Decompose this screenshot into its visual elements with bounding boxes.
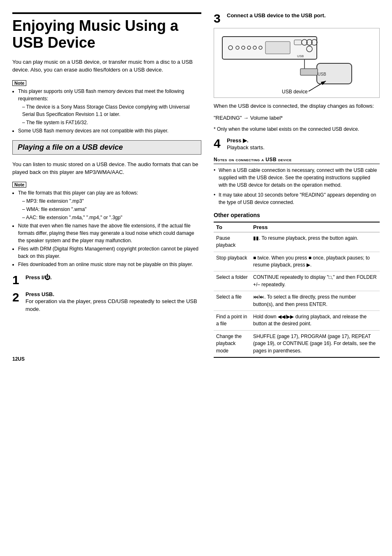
step3-number: 3 bbox=[214, 12, 224, 25]
ops-press-3: CONTINUE repeatedly to display "□," and … bbox=[251, 271, 380, 291]
ops-to-2: Stop playback bbox=[214, 252, 251, 271]
step2-number: 2 bbox=[12, 291, 22, 303]
display-text1: When the USB device is connected, the di… bbox=[214, 102, 380, 111]
display-text2: "READING" → Volume label* bbox=[214, 114, 380, 123]
ops-to-1: Pause playback bbox=[214, 232, 251, 252]
ops-press-2: ■ twice. When you press ■ once, playback… bbox=[251, 252, 380, 271]
ops-col-to: To bbox=[214, 222, 251, 232]
table-row: Pause playback ▮▮. To resume playback, p… bbox=[214, 232, 380, 252]
section-intro: You can listen to music stored on a USB … bbox=[12, 160, 201, 176]
section-title: Playing a file on a USB device bbox=[18, 143, 196, 152]
usb-diagram-area: USB USB USB device bbox=[214, 28, 380, 98]
step3-inner: Connect a USB device to the USB port. bbox=[227, 12, 380, 19]
other-operations-section: Other operations To Press Pause playback… bbox=[214, 212, 380, 358]
svg-rect-8 bbox=[294, 40, 302, 45]
step3: 3 Connect a USB device to the USB port. bbox=[214, 12, 380, 25]
step1-number: 1 bbox=[12, 274, 22, 286]
notes-connecting-section: Notes on connecting a USB device When a … bbox=[214, 157, 380, 206]
left-column: Enjoying Music Using a USB Device You ca… bbox=[12, 12, 201, 358]
svg-text:USB: USB bbox=[318, 72, 326, 76]
note-label-2: Note bbox=[12, 182, 26, 188]
step3-label: Connect a USB device to the USB port. bbox=[227, 12, 380, 19]
note-content-1: This player supports only USB flash memo… bbox=[12, 88, 201, 134]
step4-desc: Playback starts. bbox=[227, 144, 380, 152]
asterisk-note: * Only when the volume label exists on t… bbox=[214, 126, 380, 133]
ops-press-1: ▮▮. To resume playback, press the button… bbox=[251, 232, 380, 252]
ops-table: To Press Pause playback ▮▮. To resume pl… bbox=[214, 222, 380, 358]
notes-connecting-item1: When a USB cable connection is necessary… bbox=[214, 167, 380, 189]
note2-sub1: MP3: file extension ".mp3" bbox=[22, 197, 201, 205]
note-box-1: Note This player supports only USB flash… bbox=[12, 80, 201, 134]
step4: 4 Press ▶. Playback starts. bbox=[214, 137, 380, 152]
ops-to-6: Change the playback mode bbox=[214, 330, 251, 357]
note2-sub3: AAC: file extension ".m4a," ".mp4," or "… bbox=[22, 214, 201, 221]
note-label-1: Note bbox=[12, 80, 26, 86]
step2-inner: Press USB. For operation via the player,… bbox=[25, 291, 201, 313]
note1-sub1: The device is a Sony Mass Storage Class … bbox=[22, 103, 201, 118]
ops-to-3: Select a folder bbox=[214, 271, 251, 291]
ops-press-6: SHUFFLE (page 17), PROGRAM (page 17), RE… bbox=[251, 330, 380, 357]
main-title: Enjoying Music Using a USB Device bbox=[12, 12, 201, 51]
table-row: Stop playback ■ twice. When you press ■ … bbox=[214, 252, 380, 271]
notes-connecting-list: When a USB cable connection is necessary… bbox=[214, 167, 380, 206]
note2-bullet4: Files downloaded from an online music st… bbox=[18, 261, 201, 268]
ops-to-4: Select a file bbox=[214, 291, 251, 311]
right-column: 3 Connect a USB device to the USB port. bbox=[214, 12, 380, 358]
notes-connecting-item2: It may take about 10 seconds before "REA… bbox=[214, 191, 380, 206]
svg-text:USB: USB bbox=[297, 54, 304, 58]
ops-press-4: ⏮/⏭. To select a file directly, press th… bbox=[251, 291, 380, 311]
step1-label: Press I/⏻. bbox=[25, 274, 201, 280]
note1-bullet2: Some USB flash memory devices are not co… bbox=[18, 127, 201, 134]
step4-label: Press ▶. bbox=[227, 137, 380, 144]
note1-bullet1: This player supports only USB flash memo… bbox=[18, 88, 201, 102]
usb-diagram-svg: USB USB USB device bbox=[218, 32, 358, 96]
other-ops-title: Other operations bbox=[214, 212, 380, 218]
svg-rect-17 bbox=[300, 69, 318, 75]
step2-label: Press USB. bbox=[25, 291, 201, 297]
page-number: 12US bbox=[12, 356, 25, 362]
table-row: Select a folder CONTINUE repeatedly to d… bbox=[214, 271, 380, 291]
table-row: Select a file ⏮/⏭. To select a file dire… bbox=[214, 291, 380, 311]
step2-desc: For operation via the player, press CD/U… bbox=[25, 297, 201, 313]
note-content-2: The file formats that this player can pl… bbox=[12, 189, 201, 268]
note-box-2: Note The file formats that this player c… bbox=[12, 181, 201, 268]
step4-inner: Press ▶. Playback starts. bbox=[227, 137, 380, 152]
step2: 2 Press USB. For operation via the playe… bbox=[12, 291, 201, 313]
ops-to-5: Find a point in a file bbox=[214, 311, 251, 331]
step1: 1 Press I/⏻. bbox=[12, 274, 201, 286]
note2-sub2: WMA: file extension ".wma" bbox=[22, 206, 201, 213]
section-box: Playing a file on a USB device bbox=[12, 140, 201, 155]
note2-bullet2: Note that even when file names have the … bbox=[18, 222, 201, 244]
ops-col-press: Press bbox=[251, 222, 380, 232]
table-row: Change the playback mode SHUFFLE (page 1… bbox=[214, 330, 380, 357]
notes-connecting-title: Notes on connecting a USB device bbox=[214, 157, 380, 164]
note2-bullet1: The file formats that this player can pl… bbox=[18, 189, 201, 197]
intro-text: You can play music on a USB device, or t… bbox=[12, 58, 201, 74]
note1-sub2: The file system is FAT16/32. bbox=[22, 119, 201, 126]
svg-rect-7 bbox=[265, 42, 290, 54]
ops-press-5: Hold down ◀◀/▶▶ during playback, and rel… bbox=[251, 311, 380, 331]
step1-inner: Press I/⏻. bbox=[25, 274, 201, 280]
table-row: Find a point in a file Hold down ◀◀/▶▶ d… bbox=[214, 311, 380, 331]
step4-number: 4 bbox=[214, 137, 224, 150]
note2-bullet3: Files with DRM (Digital Rights Managemen… bbox=[18, 245, 201, 260]
svg-text:USB device: USB device bbox=[282, 89, 308, 95]
